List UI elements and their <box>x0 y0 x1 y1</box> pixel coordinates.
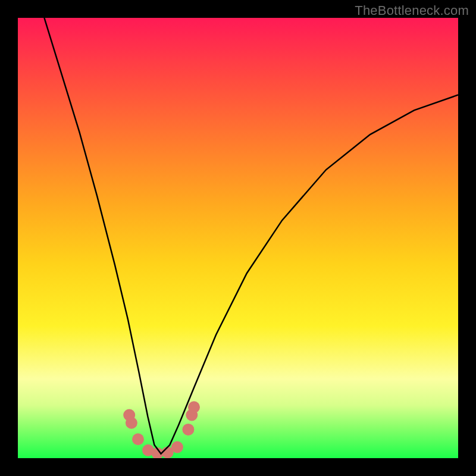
trough-marker <box>188 401 200 413</box>
curve-layer <box>18 18 458 458</box>
trough-marker <box>126 417 137 429</box>
chart-frame: TheBottleneck.com <box>0 0 476 476</box>
trough-marker-group <box>123 401 200 458</box>
trough-marker <box>132 433 144 445</box>
trough-marker <box>182 424 194 436</box>
plot-area <box>18 18 458 458</box>
trough-marker <box>171 441 183 453</box>
bottleneck-curve <box>44 18 458 454</box>
watermark-text: TheBottleneck.com <box>355 3 469 18</box>
